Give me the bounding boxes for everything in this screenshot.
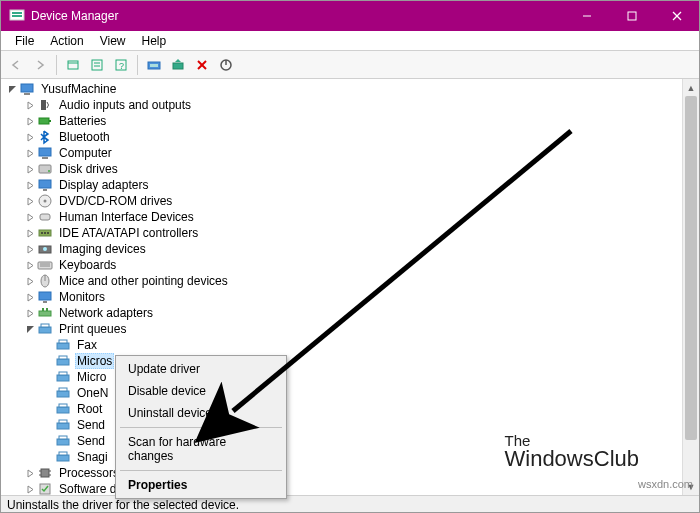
tree-category-ide[interactable]: IDE ATA/ATAPI controllers: [1, 225, 682, 241]
tree-category-network[interactable]: Network adapters: [1, 305, 682, 321]
tree-category-disk[interactable]: Disk drives: [1, 161, 682, 177]
svg-rect-59: [57, 391, 69, 397]
svg-rect-47: [43, 301, 47, 303]
tree-category-printqueue[interactable]: Print queues: [1, 321, 682, 337]
properties-button[interactable]: [86, 54, 108, 76]
svg-point-36: [41, 232, 43, 234]
tree-item-print-7[interactable]: Snagi: [1, 449, 682, 465]
ctx-separator: [120, 427, 282, 428]
tree-label: Bluetooth: [57, 130, 112, 144]
tree-item-print-2[interactable]: Micro: [1, 369, 682, 385]
expander-icon[interactable]: [23, 133, 37, 142]
expander-icon[interactable]: [23, 485, 37, 494]
tree-item-print-6[interactable]: Send: [1, 433, 682, 449]
tree-category-processor[interactable]: Processors: [1, 465, 682, 481]
tree-category-hid[interactable]: Human Interface Devices: [1, 209, 682, 225]
expander-icon[interactable]: [23, 245, 37, 254]
disable-button[interactable]: [215, 54, 237, 76]
expander-icon[interactable]: [23, 309, 37, 318]
tree-category-mouse[interactable]: Mice and other pointing devices: [1, 273, 682, 289]
printer-icon: [55, 353, 71, 369]
printer-icon: [55, 401, 71, 417]
svg-rect-9: [92, 60, 102, 70]
maximize-button[interactable]: [609, 1, 654, 31]
tree-category-computer[interactable]: Computer: [1, 145, 682, 161]
root-icon: [19, 81, 35, 97]
tree-item-print-1[interactable]: Micros: [1, 353, 682, 369]
svg-rect-65: [57, 439, 69, 445]
ctx-uninstall-device[interactable]: Uninstall device: [118, 402, 284, 424]
ctx-disable-device[interactable]: Disable device: [118, 380, 284, 402]
svg-rect-34: [40, 214, 50, 220]
imaging-icon: [37, 241, 53, 257]
svg-rect-24: [39, 118, 49, 124]
tree-item-print-3[interactable]: OneN: [1, 385, 682, 401]
svg-rect-25: [49, 120, 51, 122]
menu-help[interactable]: Help: [134, 32, 175, 50]
tree-category-battery[interactable]: Batteries: [1, 113, 682, 129]
tree-category-keyboard[interactable]: Keyboards: [1, 257, 682, 273]
tree-label: Micro: [75, 370, 108, 384]
tree-category-software[interactable]: Software devices: [1, 481, 682, 495]
ctx-properties[interactable]: Properties: [118, 474, 284, 496]
svg-text:?: ?: [119, 61, 124, 71]
uninstall-button[interactable]: [191, 54, 213, 76]
tree-category-cdrom[interactable]: DVD/CD-ROM drives: [1, 193, 682, 209]
scroll-track[interactable]: [683, 96, 699, 478]
expander-icon[interactable]: [23, 277, 37, 286]
svg-point-40: [43, 247, 47, 251]
bluetooth-icon: [37, 129, 53, 145]
window-title: Device Manager: [31, 9, 564, 23]
help-button[interactable]: ?: [110, 54, 132, 76]
close-button[interactable]: [654, 1, 699, 31]
ctx-scan-hardware[interactable]: Scan for hardware changes: [118, 431, 284, 467]
expander-icon[interactable]: [23, 293, 37, 302]
menu-file[interactable]: File: [7, 32, 42, 50]
scroll-thumb[interactable]: [685, 96, 697, 440]
device-tree[interactable]: YusufMachineAudio inputs and outputsBatt…: [1, 79, 682, 495]
printer-icon: [55, 369, 71, 385]
scan-hardware-button[interactable]: [143, 54, 165, 76]
tree-root[interactable]: YusufMachine: [1, 81, 682, 97]
scroll-up-button[interactable]: ▲: [683, 79, 699, 96]
back-button[interactable]: [5, 54, 27, 76]
expander-icon[interactable]: [23, 229, 37, 238]
svg-rect-69: [41, 469, 49, 477]
forward-button[interactable]: [29, 54, 51, 76]
context-menu: Update driver Disable device Uninstall d…: [115, 355, 287, 499]
tree-item-print-0[interactable]: Fax: [1, 337, 682, 353]
vertical-scrollbar[interactable]: ▲ ▼: [682, 79, 699, 495]
tree-item-print-4[interactable]: Root: [1, 401, 682, 417]
svg-rect-30: [39, 180, 51, 188]
menu-view[interactable]: View: [92, 32, 134, 50]
expander-icon[interactable]: [23, 149, 37, 158]
ctx-update-driver[interactable]: Update driver: [118, 358, 284, 380]
expander-icon[interactable]: [5, 85, 19, 94]
tree-label: Root: [75, 402, 104, 416]
scroll-down-button[interactable]: ▼: [683, 478, 699, 495]
expander-icon[interactable]: [23, 469, 37, 478]
tree-category-display[interactable]: Display adapters: [1, 177, 682, 193]
show-hidden-button[interactable]: [62, 54, 84, 76]
tree-category-imaging[interactable]: Imaging devices: [1, 241, 682, 257]
expander-icon[interactable]: [23, 181, 37, 190]
menu-action[interactable]: Action: [42, 32, 91, 50]
svg-point-29: [48, 170, 50, 172]
expander-icon[interactable]: [23, 117, 37, 126]
expander-icon[interactable]: [23, 261, 37, 270]
ctx-separator: [120, 470, 282, 471]
svg-rect-51: [39, 327, 51, 333]
expander-icon[interactable]: [23, 165, 37, 174]
expander-icon[interactable]: [23, 197, 37, 206]
minimize-button[interactable]: [564, 1, 609, 31]
tree-label: IDE ATA/ATAPI controllers: [57, 226, 200, 240]
expander-icon[interactable]: [23, 101, 37, 110]
tree-label: Batteries: [57, 114, 108, 128]
tree-category-bluetooth[interactable]: Bluetooth: [1, 129, 682, 145]
update-driver-button[interactable]: [167, 54, 189, 76]
expander-icon[interactable]: [23, 325, 37, 334]
expander-icon[interactable]: [23, 213, 37, 222]
tree-category-monitor[interactable]: Monitors: [1, 289, 682, 305]
tree-item-print-5[interactable]: Send: [1, 417, 682, 433]
tree-category-audio[interactable]: Audio inputs and outputs: [1, 97, 682, 113]
